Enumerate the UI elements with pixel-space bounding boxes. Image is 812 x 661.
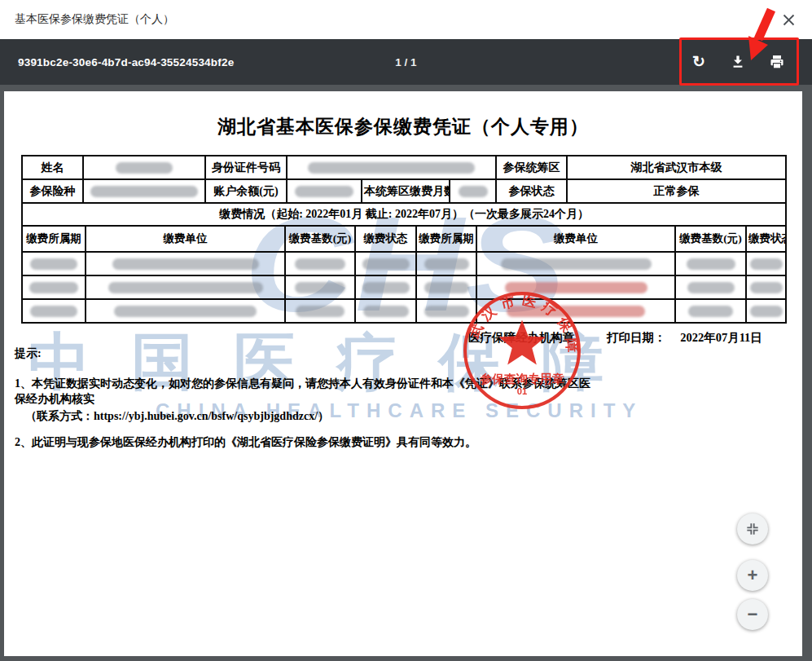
redacted-cell	[22, 275, 86, 299]
table-row	[22, 252, 786, 275]
rotate-button[interactable]: ↻	[690, 53, 708, 71]
redacted-cell	[22, 299, 86, 323]
table-row	[22, 299, 786, 323]
col-header: 缴费状态	[746, 226, 786, 252]
document-id: 9391bc2e-30e6-4b7d-ac94-35524534bf2e	[18, 56, 234, 68]
redacted-cell	[416, 252, 476, 275]
col-header: 缴费基数(元)	[675, 226, 746, 252]
region-label: 参保统筹区	[496, 156, 567, 179]
redacted-cell	[355, 252, 416, 275]
status-label: 参保状态	[496, 179, 567, 203]
redacted-balance	[287, 179, 362, 203]
redacted-cell	[86, 252, 285, 275]
redacted-cell	[285, 275, 355, 299]
region-value: 湖北省武汉市本级	[567, 156, 786, 179]
stamp-center-text: 参保查询专用章	[480, 372, 564, 386]
plus-icon: +	[748, 566, 758, 584]
redacted-cell	[355, 275, 416, 299]
modal-header: 基本医保参保缴费凭证（个人）	[0, 0, 812, 39]
redacted-cell	[746, 299, 786, 323]
table-row: 参保险种 账户余额(元) 本统筹区缴费月数 参保状态 正常参保	[22, 179, 786, 203]
redacted-name	[83, 156, 205, 179]
toolbar-icons: ↻	[690, 53, 786, 71]
fit-to-page-button[interactable]	[737, 513, 768, 544]
redacted-cell	[675, 299, 746, 323]
insured-info-table: 姓名 身份证件号码 参保统筹区 湖北省武汉市本级 参保险种 账户余额(元) 本统…	[21, 155, 787, 204]
redacted-cell	[746, 275, 786, 299]
print-date: 打印日期： 2022年07月11日	[607, 330, 762, 346]
download-button[interactable]	[729, 53, 747, 71]
tips-line-2: 2、此证明与现参保地医保经办机构打印的《湖北省医疗保险参保缴费证明》具有同等效力…	[15, 434, 601, 450]
payment-caption: 缴费情况（起始: 2022年01月 截止: 2022年07月）（一次最多展示24…	[22, 203, 786, 226]
redacted-months	[450, 179, 496, 203]
type-label: 参保险种	[22, 179, 83, 203]
redacted-id	[287, 156, 496, 179]
table-caption-row: 缴费情况（起始: 2022年01月 截止: 2022年07月）（一次最多展示24…	[22, 203, 786, 226]
rotate-icon: ↻	[692, 54, 705, 69]
redacted-cell	[746, 252, 786, 275]
redacted-cell	[22, 252, 86, 275]
table-row	[22, 275, 786, 299]
zoom-out-button[interactable]: −	[737, 599, 768, 630]
redacted-cell	[86, 299, 285, 323]
modal-title: 基本医保参保缴费凭证（个人）	[15, 12, 174, 27]
minus-icon: −	[748, 606, 758, 624]
col-header: 缴费所属期	[22, 226, 86, 252]
redacted-cell	[285, 252, 355, 275]
redacted-cell	[355, 299, 416, 323]
col-header: 缴费单位	[86, 226, 285, 252]
col-header: 缴费单位	[476, 226, 675, 252]
pdf-toolbar: 9391bc2e-30e6-4b7d-ac94-35524534bf2e 1 /…	[0, 39, 812, 85]
table-row: 姓名 身份证件号码 参保统筹区 湖北省武汉市本级	[22, 156, 786, 179]
close-icon	[783, 14, 795, 26]
print-date-label: 打印日期：	[607, 331, 666, 344]
redacted-cell	[675, 252, 746, 275]
balance-label: 账户余额(元)	[205, 179, 287, 203]
table-header-row: 缴费所属期 缴费单位 缴费基数(元) 缴费状态 缴费所属期 缴费单位 缴费基数(…	[22, 226, 786, 252]
pdf-viewer-area[interactable]: CHS 中国医疗保障 CHINA HEALTHCARE SECURITY 湖北省…	[0, 85, 812, 661]
redacted-cell	[285, 299, 355, 323]
fit-to-page-icon	[744, 521, 761, 537]
redacted-cell	[86, 275, 285, 299]
print-button[interactable]	[768, 53, 786, 71]
print-icon	[769, 54, 785, 70]
official-stamp: 武汉市医疗保障局 参保查询专用章 01	[460, 287, 584, 411]
id-label: 身份证件号码	[205, 156, 287, 179]
col-header: 缴费所属期	[416, 226, 476, 252]
zoom-in-button[interactable]: +	[737, 560, 768, 591]
star-icon	[498, 320, 546, 365]
name-label: 姓名	[22, 156, 83, 179]
redacted-type	[83, 179, 205, 203]
col-header: 缴费状态	[355, 226, 416, 252]
redacted-cell	[476, 252, 675, 275]
stamp-number: 01	[517, 386, 527, 396]
close-button[interactable]	[776, 7, 801, 32]
print-date-value: 2022年07月11日	[680, 331, 762, 344]
download-icon	[730, 54, 746, 70]
certificate-title: 湖北省基本医保参保缴费凭证（个人专用）	[4, 114, 802, 139]
months-label: 本统筹区缴费月数	[362, 179, 450, 203]
redacted-cell	[675, 275, 746, 299]
payment-history-table: 缴费情况（起始: 2022年01月 截止: 2022年07月）（一次最多展示24…	[21, 202, 787, 324]
pdf-page: CHS 中国医疗保障 CHINA HEALTHCARE SECURITY 湖北省…	[4, 91, 802, 656]
col-header: 缴费基数(元)	[285, 226, 355, 252]
status-value: 正常参保	[567, 179, 786, 203]
